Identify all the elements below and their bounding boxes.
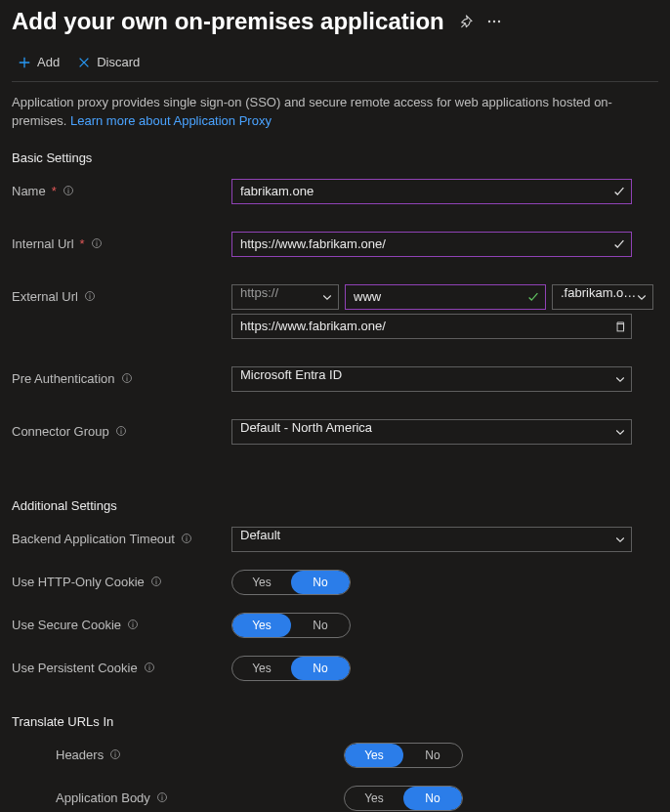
required-mark: *: [52, 184, 57, 198]
command-bar: Add Discard: [12, 45, 658, 82]
translate-heading: Translate URLs In: [12, 714, 658, 729]
learn-more-link[interactable]: Learn more about Application Proxy: [70, 113, 272, 128]
toggle-no[interactable]: No: [291, 571, 350, 594]
info-icon[interactable]: [121, 372, 133, 384]
info-icon[interactable]: [63, 185, 74, 196]
discard-button[interactable]: Discard: [77, 55, 140, 69]
svg-point-2: [498, 21, 500, 22]
chevron-down-icon: [614, 373, 626, 385]
info-icon[interactable]: [156, 791, 168, 803]
toggle-yes[interactable]: Yes: [232, 614, 291, 637]
svg-point-1: [493, 21, 495, 22]
toggle-yes[interactable]: Yes: [345, 744, 403, 767]
copy-icon[interactable]: [613, 320, 626, 332]
intro-text: Application proxy provides single sign-o…: [12, 94, 658, 131]
additional-settings-heading: Additional Settings: [12, 498, 658, 513]
translate-headers-toggle[interactable]: Yes No: [344, 743, 463, 768]
preauth-select[interactable]: Microsoft Entra ID: [231, 366, 632, 392]
pin-icon[interactable]: [458, 15, 473, 29]
timeout-label: Backend Application Timeout: [12, 532, 175, 546]
toggle-no[interactable]: No: [291, 614, 350, 637]
secure-cookie-toggle[interactable]: Yes No: [231, 613, 351, 638]
info-icon[interactable]: [115, 425, 127, 437]
httponly-toggle[interactable]: Yes No: [231, 570, 351, 595]
toggle-yes[interactable]: Yes: [345, 787, 403, 810]
add-button[interactable]: Add: [18, 55, 60, 69]
info-icon[interactable]: [91, 237, 103, 249]
more-icon[interactable]: [486, 14, 502, 29]
external-url-readonly[interactable]: [231, 314, 632, 339]
connector-group-label: Connector Group: [12, 424, 109, 439]
secure-cookie-label: Use Secure Cookie: [12, 618, 121, 632]
preauth-label: Pre Authentication: [12, 371, 115, 386]
info-icon[interactable]: [109, 748, 121, 760]
info-icon[interactable]: [127, 619, 139, 630]
required-mark: *: [80, 236, 85, 251]
httponly-label: Use HTTP-Only Cookie: [12, 575, 145, 589]
toggle-no[interactable]: No: [403, 744, 462, 767]
toggle-no[interactable]: No: [291, 657, 350, 680]
internal-url-input[interactable]: [231, 232, 632, 257]
discard-label: Discard: [97, 55, 140, 69]
add-label: Add: [37, 55, 60, 69]
connector-group-select[interactable]: Default - North America: [231, 419, 632, 445]
info-icon[interactable]: [144, 662, 155, 673]
toggle-no[interactable]: No: [403, 787, 462, 810]
basic-settings-heading: Basic Settings: [12, 150, 658, 165]
toggle-yes[interactable]: Yes: [232, 657, 291, 680]
info-icon[interactable]: [181, 533, 192, 544]
chevron-down-icon: [614, 534, 626, 545]
close-icon: [77, 56, 91, 69]
svg-rect-6: [617, 323, 624, 330]
headers-label: Headers: [56, 748, 104, 762]
application-body-label: Application Body: [56, 791, 150, 805]
name-label: Name: [12, 184, 46, 198]
info-icon[interactable]: [150, 576, 162, 587]
timeout-select[interactable]: Default: [231, 527, 632, 552]
persistent-cookie-label: Use Persistent Cookie: [12, 661, 138, 675]
toggle-yes[interactable]: Yes: [232, 571, 291, 594]
external-url-label: External Url: [12, 289, 78, 304]
persistent-cookie-toggle[interactable]: Yes No: [231, 656, 351, 681]
translate-body-toggle[interactable]: Yes No: [344, 786, 463, 811]
svg-point-0: [488, 21, 490, 22]
chevron-down-icon: [321, 291, 333, 303]
plus-icon: [18, 56, 31, 69]
internal-url-label: Internal Url: [12, 236, 74, 251]
info-icon[interactable]: [84, 290, 96, 302]
external-subdomain-input[interactable]: [345, 284, 546, 310]
chevron-down-icon: [636, 291, 648, 303]
chevron-down-icon: [614, 426, 626, 438]
page-title: Add your own on-premises application: [12, 8, 444, 35]
name-input[interactable]: [231, 179, 632, 204]
